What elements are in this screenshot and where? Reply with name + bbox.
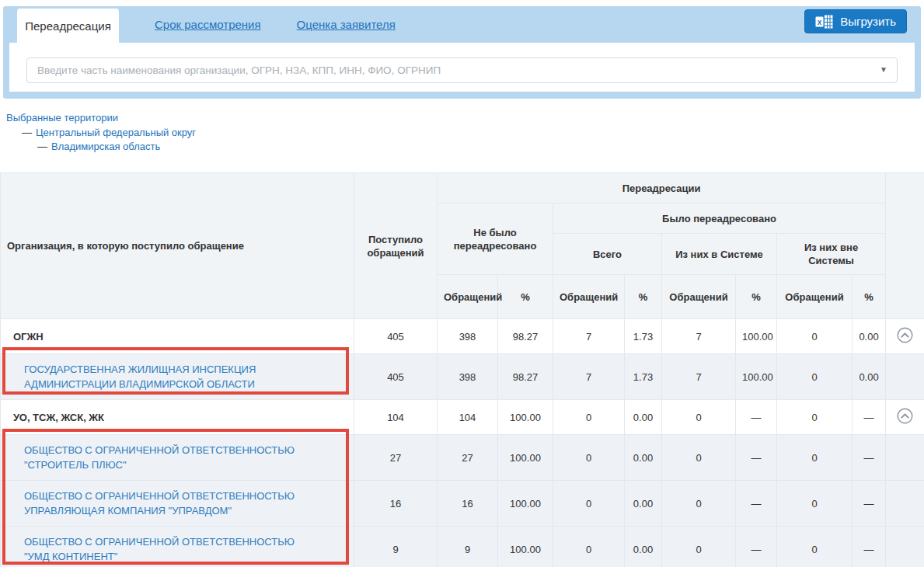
cell-in-system-percent: 100.00 bbox=[736, 319, 777, 354]
cell-total-percent: 0.00 bbox=[625, 527, 662, 567]
column-header-appeals: Обращений bbox=[438, 275, 498, 319]
column-header-was-redirected: Было переадресовано bbox=[553, 203, 886, 234]
cell-not-redirected-percent: 100.00 bbox=[498, 481, 553, 527]
cell-not-redirected-percent: 98.27 bbox=[498, 354, 553, 400]
cell-not-redirected-percent: 100.00 bbox=[498, 527, 553, 567]
column-header-percent: % bbox=[736, 275, 777, 319]
cell-in-system-percent: — bbox=[736, 481, 777, 527]
cell-total-count: 0 bbox=[553, 400, 625, 435]
cell-total-count: 0 bbox=[553, 481, 625, 527]
cell-received: 405 bbox=[354, 319, 438, 354]
tab-redirection[interactable]: Переадресация bbox=[17, 9, 119, 43]
territory-link-vladimir-region[interactable]: Владимирская область bbox=[51, 141, 160, 152]
column-header-redirections: Переадресации bbox=[438, 173, 886, 203]
cell-out-system-count: 0 bbox=[777, 400, 853, 435]
column-header-total: Всего bbox=[553, 234, 662, 275]
table-row-upravdom: ОБЩЕСТВО С ОГРАНИЧЕННОЙ ОТВЕТСТВЕННОСТЬЮ… bbox=[1, 481, 924, 527]
cell-in-system-percent: — bbox=[736, 527, 777, 567]
cell-received: 405 bbox=[354, 354, 438, 400]
selected-territories: Выбранные территории —Центральный федера… bbox=[6, 113, 196, 151]
cell-total-count: 0 bbox=[553, 435, 625, 481]
column-header-not-redirected: Не было переадресовано bbox=[438, 203, 553, 275]
cell-not-redirected-count: 16 bbox=[438, 481, 498, 527]
cell-in-system-count: 0 bbox=[662, 527, 736, 567]
tab-review-period[interactable]: Срок рассмотрения bbox=[155, 18, 261, 31]
table-row-umd-kontinent: ОБЩЕСТВО С ОГРАНИЧЕННОЙ ОТВЕТСТВЕННОСТЬЮ… bbox=[1, 527, 924, 567]
cell-not-redirected-percent: 100.00 bbox=[498, 400, 553, 435]
export-button-label: Выгрузить bbox=[840, 15, 896, 28]
table-row-uo-tszh: УО, ТСЖ, ЖСК, ЖК 104 104 100.00 0 0.00 0… bbox=[1, 400, 924, 435]
cell-received: 27 bbox=[354, 435, 438, 481]
cell-total-count: 7 bbox=[553, 319, 625, 354]
org-link-stroitel-plus[interactable]: ОБЩЕСТВО С ОГРАНИЧЕННОЙ ОТВЕТСТВЕННОСТЬЮ… bbox=[24, 444, 295, 471]
redirections-table: Организация, в которую поступило обращен… bbox=[0, 172, 924, 567]
org-link-upravdom[interactable]: ОБЩЕСТВО С ОГРАНИЧЕННОЙ ОТВЕТСТВЕННОСТЬЮ… bbox=[24, 490, 295, 517]
cell-out-system-count: 0 bbox=[777, 319, 853, 354]
dash: — bbox=[37, 141, 47, 152]
cell-not-redirected-count: 398 bbox=[438, 319, 498, 354]
org-link-umd-kontinent[interactable]: ОБЩЕСТВО С ОГРАНИЧЕННОЙ ОТВЕТСТВЕННОСТЬЮ… bbox=[24, 536, 295, 562]
cell-out-system-count: 0 bbox=[777, 354, 853, 400]
cell-in-system-percent: — bbox=[736, 400, 777, 435]
cell-not-redirected-percent: 100.00 bbox=[498, 435, 553, 481]
cell-in-system-count: 7 bbox=[662, 319, 736, 354]
cell-not-redirected-count: 104 bbox=[438, 400, 498, 435]
cell-total-count: 7 bbox=[553, 354, 625, 400]
export-button[interactable]: x Выгрузить bbox=[804, 9, 907, 33]
territories-title: Выбранные территории bbox=[6, 113, 196, 123]
territory-item-region: —Владимирская область bbox=[6, 141, 196, 151]
cell-out-system-percent: — bbox=[853, 481, 886, 527]
cell-in-system-count: 7 bbox=[662, 354, 736, 400]
column-header-organization: Организация, в которую поступило обращен… bbox=[1, 173, 354, 319]
org-group-label: ОГЖН bbox=[1, 319, 354, 354]
cell-total-percent: 0.00 bbox=[625, 481, 662, 527]
column-header-appeals: Обращений bbox=[553, 275, 625, 319]
cell-in-system-count: 0 bbox=[662, 435, 736, 481]
cell-out-system-percent: — bbox=[853, 400, 886, 435]
cell-not-redirected-count: 398 bbox=[438, 354, 498, 400]
svg-text:x: x bbox=[818, 17, 822, 26]
cell-in-system-percent: — bbox=[736, 435, 777, 481]
cell-in-system-count: 0 bbox=[662, 400, 736, 435]
cell-out-system-count: 0 bbox=[777, 481, 853, 527]
column-header-percent: % bbox=[498, 275, 553, 319]
table-row-gzhi: ГОСУДАРСТВЕННАЯ ЖИЛИЩНАЯ ИНСПЕКЦИЯ АДМИН… bbox=[1, 354, 924, 400]
cell-total-percent: 1.73 bbox=[625, 354, 662, 400]
cell-received: 16 bbox=[354, 481, 438, 527]
territory-item-federal-district: —Центральный федеральный округ bbox=[6, 127, 196, 137]
column-header-in-system: Из них в Системе bbox=[662, 234, 777, 275]
cell-not-redirected-count: 9 bbox=[438, 527, 498, 567]
tab-applicant-rating[interactable]: Оценка заявителя bbox=[297, 18, 396, 31]
cell-out-system-count: 0 bbox=[777, 527, 853, 567]
column-header-received: Поступило обращений bbox=[354, 173, 438, 319]
cell-in-system-count: 0 bbox=[662, 481, 736, 527]
territory-link-central-federal-district[interactable]: Центральный федеральный округ bbox=[36, 127, 196, 138]
collapse-group-icon[interactable] bbox=[897, 408, 913, 424]
column-header-out-of-system: Из них вне Системы bbox=[777, 234, 886, 275]
column-header-appeals: Обращений bbox=[662, 275, 736, 319]
column-header-appeals: Обращений bbox=[777, 275, 853, 319]
cell-in-system-percent: 100.00 bbox=[736, 354, 777, 400]
search-wrap: ▼ bbox=[26, 57, 898, 83]
cell-not-redirected-count: 27 bbox=[438, 435, 498, 481]
cell-out-system-percent: — bbox=[853, 435, 886, 481]
chevron-down-icon[interactable]: ▼ bbox=[880, 65, 887, 75]
org-group-label: УО, ТСЖ, ЖСК, ЖК bbox=[1, 400, 354, 435]
cell-out-system-percent: 0.00 bbox=[853, 319, 886, 354]
table-row-ogzhn: ОГЖН 405 398 98.27 7 1.73 7 100.00 0 0.0… bbox=[1, 319, 924, 354]
column-header-actions bbox=[886, 173, 924, 319]
cell-total-percent: 0.00 bbox=[625, 400, 662, 435]
dash: — bbox=[22, 127, 32, 138]
org-link-gzhi-vladimir[interactable]: ГОСУДАРСТВЕННАЯ ЖИЛИЩНАЯ ИНСПЕКЦИЯ АДМИН… bbox=[24, 364, 256, 390]
cell-out-system-percent: — bbox=[853, 527, 886, 567]
tabs-row: Переадресация Срок рассмотрения Оценка з… bbox=[3, 6, 921, 43]
collapse-group-icon[interactable] bbox=[897, 327, 913, 343]
organization-search-input[interactable] bbox=[26, 57, 898, 83]
excel-icon: x bbox=[815, 15, 833, 29]
cell-out-system-percent: 0.00 bbox=[853, 354, 886, 400]
cell-total-percent: 1.73 bbox=[625, 319, 662, 354]
tab-bar: Переадресация Срок рассмотрения Оценка з… bbox=[3, 6, 921, 99]
table-row-stroitel-plus: ОБЩЕСТВО С ОГРАНИЧЕННОЙ ОТВЕТСТВЕННОСТЬЮ… bbox=[1, 435, 924, 481]
cell-out-system-count: 0 bbox=[777, 435, 853, 481]
cell-not-redirected-percent: 98.27 bbox=[498, 319, 553, 354]
